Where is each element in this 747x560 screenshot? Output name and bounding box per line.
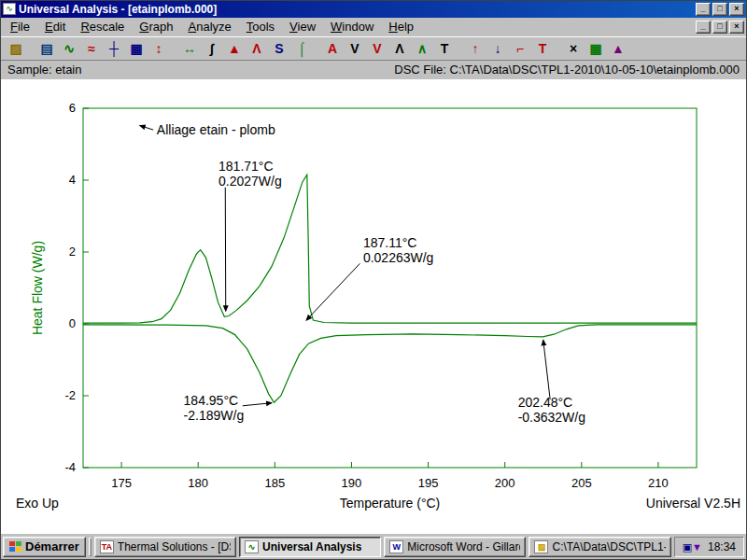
- annotation-arrow-2: [306, 263, 359, 320]
- toolbar-open-file-icon[interactable]: ▨: [5, 38, 27, 58]
- toolbar-ts-step-icon[interactable]: T: [433, 38, 456, 58]
- tray-icons: ▣▼: [683, 540, 702, 553]
- taskbar-tasks: TAThermal Solutions - [DSC ...∿Universal…: [94, 537, 671, 557]
- export-plot-icon: ▤: [40, 42, 52, 55]
- toolbar-glass-transition-icon[interactable]: ⌠: [290, 38, 313, 58]
- menu-item-view[interactable]: View: [282, 18, 323, 36]
- menu-item-rescale[interactable]: Rescale: [73, 18, 132, 36]
- menu-item-graph[interactable]: Graph: [132, 18, 180, 36]
- close-button[interactable]: ×: [729, 3, 744, 16]
- menu-item-file[interactable]: File: [3, 18, 37, 36]
- spectrum-icon: ▲: [612, 42, 625, 55]
- toolbar-overlay-curves-icon[interactable]: ∿: [58, 38, 80, 58]
- y-tick-label: 4: [69, 173, 76, 187]
- peak-green-icon: ∧: [417, 42, 427, 55]
- menu-item-help[interactable]: Help: [381, 18, 421, 36]
- toolbar-peak-max-icon[interactable]: Λ: [388, 38, 411, 58]
- open-file-icon: ▨: [9, 42, 21, 55]
- peak-max-icon: Λ: [395, 42, 403, 55]
- plot-frame: [83, 108, 697, 468]
- x-tick-label: 195: [418, 476, 439, 490]
- system-tray: ▣▼ 18:34: [674, 537, 744, 557]
- shift-y-icon: ↕: [156, 42, 162, 55]
- toolbar-tangent-icon[interactable]: ⌐: [509, 38, 531, 58]
- menu-item-analyze[interactable]: Analyze: [181, 18, 239, 36]
- data-table-icon: ▦: [130, 42, 142, 55]
- mdi-restore-button[interactable]: □: [712, 21, 727, 34]
- start-button[interactable]: Démarrer: [3, 537, 86, 557]
- toolbar-stack-curves-icon[interactable]: ≈: [80, 38, 103, 58]
- annotation-text-3: -2.189W/g: [184, 407, 245, 422]
- menu-bar-items: FileEditRescaleGraphAnalyzeToolsViewWind…: [3, 18, 696, 36]
- ts-step-icon: T: [441, 42, 449, 55]
- annotation-arrow-3: [243, 402, 272, 405]
- taskbar-task-word-icon[interactable]: WMicrosoft Word - Gillard.d...: [384, 537, 526, 557]
- signal-up-icon: ↑: [472, 42, 479, 55]
- mdi-minimize-button[interactable]: _: [696, 21, 711, 34]
- annotation-text-1: 0.2027W/g: [218, 174, 282, 189]
- toolbar-valley-black-icon[interactable]: V: [344, 38, 366, 58]
- menu-item-tools[interactable]: Tools: [239, 18, 282, 36]
- toolbar-shift-y-icon[interactable]: ↕: [148, 38, 170, 58]
- taskbar-task-ta-instruments-icon[interactable]: TAThermal Solutions - [DSC ...: [94, 537, 236, 557]
- toolbar-peak-area-icon[interactable]: ▲: [223, 38, 246, 58]
- toolbar-data-table-icon[interactable]: ▦: [125, 38, 148, 58]
- toolbar-peak-green-icon[interactable]: ∧: [411, 38, 433, 58]
- signal-down-icon: ↓: [495, 42, 501, 55]
- title-bar: ∿ Universal Analysis - [etainplomb.000] …: [1, 1, 746, 18]
- temperature-mark-icon: T: [539, 42, 547, 55]
- app-icon: ∿: [3, 3, 16, 15]
- dsc-curve-cooling: [83, 325, 697, 403]
- onset-point-icon: Λ: [252, 42, 261, 55]
- toolbar-integrate-peak-icon[interactable]: ∫: [201, 38, 223, 58]
- toolbar-shift-x-icon[interactable]: ↔: [178, 38, 201, 58]
- delete-result-icon: ×: [570, 42, 577, 55]
- sample-label: Sample: etain: [7, 63, 82, 77]
- annotation-text-4: 202.48°C: [518, 394, 573, 409]
- x-tick-label: 210: [648, 476, 669, 490]
- word-icon: W: [389, 540, 403, 553]
- y-tick-label: 0: [69, 316, 76, 330]
- x-tick-label: 200: [495, 476, 515, 490]
- toolbar-spectrum-icon[interactable]: ▲: [607, 38, 629, 58]
- taskbar-task-universal-analysis-icon[interactable]: ∿Universal Analysis: [239, 537, 381, 557]
- toolbar-rescale-full-icon[interactable]: ┼: [103, 38, 125, 58]
- toolbar-signal-down-icon[interactable]: ↓: [486, 38, 509, 58]
- menu-item-window[interactable]: Window: [323, 18, 381, 36]
- taskbar-clock[interactable]: 18:34: [708, 540, 736, 553]
- x-tick-label: 185: [264, 476, 285, 490]
- toolbar-signal-up-icon[interactable]: ↑: [464, 38, 486, 58]
- step-change-icon: S: [275, 42, 283, 55]
- mdi-window-controls: _ □ ×: [696, 21, 744, 34]
- x-tick-label: 175: [111, 476, 132, 490]
- toolbar-export-plot-icon[interactable]: ▤: [35, 38, 58, 58]
- chart-area: 175180185190195200205210-4-20246Temperat…: [1, 79, 746, 533]
- minimize-button[interactable]: _: [696, 3, 711, 16]
- info-bar: Sample: etain DSC File: C:\TA\Data\DSC\T…: [1, 61, 746, 79]
- mdi-close-button[interactable]: ×: [729, 21, 744, 34]
- toolbar-temperature-mark-icon[interactable]: T: [531, 38, 554, 58]
- taskbar: Démarrer TAThermal Solutions - [DSC ...∿…: [1, 533, 746, 559]
- toolbar-valley-red-icon[interactable]: V: [366, 38, 388, 58]
- annotation-text-1: 181.71°C: [218, 159, 274, 174]
- auto-analyze-icon: A: [328, 42, 337, 55]
- taskbar-task-folder-icon[interactable]: ▨C:\TA\Data\DSC\TPL1-...: [529, 537, 670, 557]
- toolbar-spreadsheet-icon[interactable]: ▦: [585, 38, 607, 58]
- menu-item-edit[interactable]: Edit: [37, 18, 73, 36]
- valley-black-icon: V: [350, 42, 359, 55]
- tray-display-icon[interactable]: ▣: [683, 541, 692, 553]
- toolbar-step-change-icon[interactable]: S: [268, 38, 290, 58]
- window-title: Universal Analysis - [etainplomb.000]: [19, 3, 696, 16]
- toolbar-delete-result-icon[interactable]: ×: [562, 38, 585, 58]
- stack-curves-icon: ≈: [88, 42, 95, 55]
- toolbar-auto-analyze-icon[interactable]: A: [321, 38, 344, 58]
- folder-icon: ▨: [534, 540, 548, 553]
- tray-downloader-icon[interactable]: ▼: [692, 541, 702, 553]
- restore-button[interactable]: □: [712, 3, 727, 16]
- windows-logo-icon: [9, 541, 21, 552]
- toolbar-onset-point-icon[interactable]: Λ: [246, 38, 268, 58]
- menu-bar: FileEditRescaleGraphAnalyzeToolsViewWind…: [1, 18, 746, 36]
- start-label: Démarrer: [25, 539, 79, 553]
- dsc-file-label: DSC File: C:\TA\Data\DSC\TPL1-2010\10-05…: [394, 63, 740, 77]
- annotation-text-4: -0.3632W/g: [518, 409, 585, 424]
